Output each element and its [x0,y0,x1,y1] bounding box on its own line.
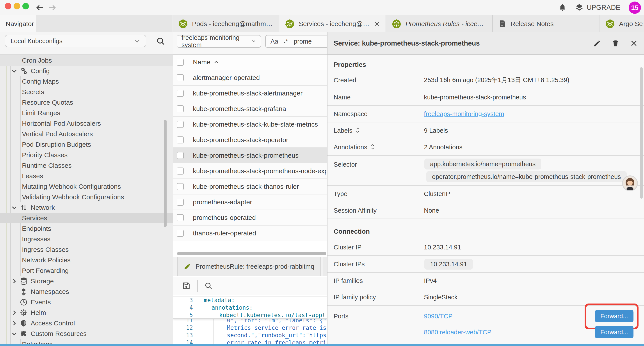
sidebar-item-label: Runtime Classes [22,162,72,169]
sidebar-item-events[interactable]: Events [0,297,173,308]
sidebar-search-icon[interactable] [156,36,165,46]
sidebar-item-namespaces[interactable]: Namespaces [0,287,173,297]
editor-search-icon[interactable] [204,282,212,290]
row-checkbox[interactable] [177,168,184,175]
line-number: 4 [173,304,193,311]
sidebar-item-leases[interactable]: Leases [0,171,173,181]
sidebar-item-custom-resources[interactable]: Custom Resources [0,329,173,339]
forward-button-8080[interactable]: Forward... [595,326,634,338]
sidebar-item-pod-disruption-budgets[interactable]: Pod Disruption Budgets [0,139,173,150]
sidebar-item-network[interactable]: Network [0,202,173,213]
sidebar-item-label: Ingresses [22,235,50,243]
editor-tab-prometheusrule[interactable]: PrometheusRule: freeleaps-prod-rabbitmq [177,257,321,276]
row-checkbox[interactable] [177,90,184,97]
sidebar-item-secrets[interactable]: Secrets [0,87,173,97]
row-checkbox[interactable] [177,199,184,206]
row-checkbox[interactable] [177,230,184,237]
app-tab-1[interactable]: Pods - icecheng@mathmas... [172,15,279,32]
sidebar-item-runtime-classes[interactable]: Runtime Classes [0,160,173,171]
chevron-down-icon[interactable] [11,204,18,211]
sidebar-item-horizontal-pod-autoscalers[interactable]: Horizontal Pod Autoscalers [0,118,173,129]
namespace-link[interactable]: freeleaps-monitoring-system [424,110,504,118]
sidebar-item-config-maps[interactable]: Config Maps [0,76,173,87]
row-checkbox[interactable] [177,121,184,128]
window-minimize-button[interactable] [14,3,20,9]
labels-value[interactable]: 9 Labels [424,127,448,134]
chevron-down-icon [251,38,256,44]
chevron-right-icon[interactable] [11,310,18,316]
chevron-down-icon[interactable] [11,331,18,337]
row-checkbox[interactable] [177,214,184,221]
row-checkbox[interactable] [177,105,184,112]
select-all-checkbox[interactable] [177,59,184,66]
row-checkbox[interactable] [177,136,184,143]
app-tab-4[interactable]: Release Notes [493,15,600,32]
row-checkbox[interactable] [177,183,184,190]
chevron-down-icon[interactable] [11,68,18,74]
chevron-right-icon[interactable] [11,320,18,327]
tab-label: Argo Se [619,20,644,27]
match-case-toggle[interactable]: Aa [270,38,278,45]
sidebar-item-cron-jobs[interactable]: Cron Jobs [0,55,173,66]
user-avatar[interactable] [622,175,638,191]
sidebar-item-mutating-webhook-configurations[interactable]: Mutating Webhook Configurations [0,181,173,192]
notification-count-badge[interactable]: 15 [629,1,641,14]
back-arrow-icon[interactable] [35,3,44,12]
app-tab-5[interactable]: Argo Se [600,15,644,32]
sidebar-item-access-control[interactable]: Access Control [0,318,173,329]
sidebar-scrollbar[interactable] [164,120,166,227]
sidebar-item-port-forwarding[interactable]: Port Forwarding [0,265,173,276]
annotations-value[interactable]: 2 Annotations [424,144,462,151]
namespace-select[interactable]: freeleaps-monitoring-system [177,35,261,48]
chevron-right-icon[interactable] [11,278,18,285]
service-name-cell: kube-prometheus-stack-prometheus-node-ex… [193,167,342,175]
detail-scrollbar[interactable] [640,67,643,199]
table-horizontal-scrollbar[interactable] [177,252,326,255]
expand-collapse-icon[interactable] [355,127,360,134]
kubeconfig-select[interactable]: Local Kubeconfigs [5,35,146,47]
sidebar-item-services[interactable]: Services [0,213,173,223]
sidebar-item-config[interactable]: Config [0,66,173,76]
sidebar-item-helm[interactable]: Helm [0,308,173,318]
upgrade-button[interactable]: UPGRADE [575,3,620,12]
sidebar-item-endpoints[interactable]: Endpoints [0,223,173,234]
notifications-bell-icon[interactable] [558,3,566,12]
sidebar-item-network-policies[interactable]: Network Policies [0,255,173,265]
sidebar-item-ingresses[interactable]: Ingresses [0,234,173,244]
navigator-panel-tab[interactable]: Navigator [0,15,36,32]
edit-pencil-icon[interactable] [593,39,601,47]
edit-pencil-icon [184,263,191,270]
app-tab-2[interactable]: Services - icecheng@math... [279,15,386,32]
window-zoom-button[interactable] [22,3,29,9]
sidebar-item-resource-quotas[interactable]: Resource Quotas [0,97,173,108]
close-icon[interactable] [630,39,638,47]
sidebar-item-storage[interactable]: Storage [0,276,173,287]
sidebar-item-priority-classes[interactable]: Priority Classes [0,150,173,160]
regex-toggle[interactable]: ▪* [284,38,288,45]
delete-trash-icon[interactable] [612,39,620,47]
app-tab-3[interactable]: Prometheus Rules - icecheng... [386,15,493,32]
code-token: annotations: [212,304,253,311]
sidebar-item-label: Custom Resources [31,330,86,338]
sidebar-item-vertical-pod-autoscalers[interactable]: Vertical Pod Autoscalers [0,129,173,139]
sidebar-item-limit-ranges[interactable]: Limit Ranges [0,108,173,118]
expand-collapse-icon[interactable] [370,143,375,151]
labels-label: Labels [334,127,360,134]
sidebar-item-ingress-classes[interactable]: Ingress Classes [0,244,173,255]
port-link-9090[interactable]: 9090/TCP [424,313,453,320]
tab-close-icon[interactable] [374,20,380,27]
ports-row: Ports 9090/TCP 8080:reloader-web/TCP For… [328,306,644,346]
forward-button-9090[interactable]: Forward... [595,310,634,322]
name-column-header[interactable]: Name [193,58,219,66]
window-close-button[interactable] [5,3,12,9]
selector-chip: operator.prometheus.io/name=kube-prometh… [426,171,627,182]
forward-arrow-icon[interactable] [48,3,57,12]
save-icon[interactable] [182,281,191,290]
sidebar-item-label: Services [22,214,47,222]
row-checkbox[interactable] [177,74,184,81]
upgrade-chevrons-icon [575,3,584,12]
navigator-tree: Cron JobsConfigConfig MapsSecretsResourc… [0,55,173,346]
sidebar-item-validating-webhook-configurations[interactable]: Validating Webhook Configurations [0,192,173,202]
port-link-8080[interactable]: 8080:reloader-web/TCP [424,329,492,336]
row-checkbox[interactable] [177,152,184,159]
